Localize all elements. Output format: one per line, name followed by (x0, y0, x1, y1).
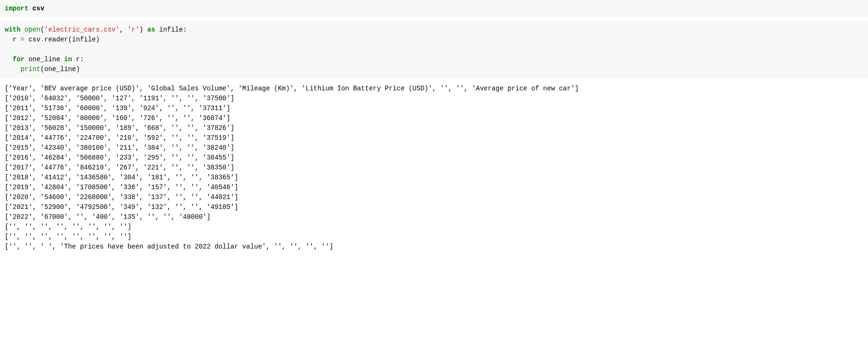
output-cell: ['Year', 'BEV average price (USD)', 'Glo… (0, 82, 868, 254)
code-token (21, 26, 25, 33)
output-line: ['2010', '64032', '50000', '127', '1191'… (5, 94, 863, 104)
code-token: r (5, 36, 21, 43)
output-line: ['Year', 'BEV average price (USD)', 'Glo… (5, 84, 863, 94)
code-cell-2[interactable]: with open('electric_cars.csv', 'r') as i… (0, 21, 868, 78)
output-line: ['2022', '67000', '', '400', '135', '', … (5, 212, 863, 222)
output-line: ['', '', '', '', '', '', '', ''] (5, 222, 863, 232)
code-token: ) (139, 26, 147, 33)
output-line: ['2019', '42804', '1708500', '336', '157… (5, 183, 863, 193)
code-token: = (21, 36, 25, 43)
code-token: infile: (155, 26, 187, 33)
code-token: in (64, 56, 72, 63)
code-token: one_line (25, 56, 64, 63)
code-token: csv (33, 5, 44, 12)
code-token: print (21, 65, 41, 73)
code-cell-1[interactable]: import csv (0, 0, 868, 17)
output-line: ['2012', '52084', '80000', '160', '726',… (5, 113, 863, 123)
code-token: , (120, 26, 128, 33)
output-line: ['', '', ' ', 'The prices have been adju… (5, 242, 863, 252)
code-token: (one_line) (41, 65, 80, 73)
code-token: ( (41, 26, 44, 33)
output-line: ['2014', '44776', '224700', '210', '592'… (5, 133, 863, 143)
code-token: r: (72, 56, 84, 63)
output-line: ['2015', '42340', '380100', '211', '384'… (5, 143, 863, 153)
code-token: 'electric_cars.csv' (44, 26, 120, 33)
code-token: csv (25, 36, 41, 43)
code-token (28, 5, 32, 12)
output-line: ['2018', '41412', '1436580', '304', '181… (5, 173, 863, 183)
output-line: ['2013', '56028', '150000', '189', '668'… (5, 123, 863, 133)
code-token: with (5, 26, 21, 33)
code-token: reader(infile) (44, 36, 100, 43)
output-line: ['', '', '', '', '', '', '', ''] (5, 232, 863, 242)
output-line: ['2021', '52900', '4792500', '349', '132… (5, 202, 863, 212)
code-token: 'r' (127, 26, 139, 33)
code-token: as (147, 26, 156, 33)
code-token: for (13, 56, 25, 63)
output-line: ['2017', '44776', '846210', '267', '221'… (5, 163, 863, 173)
code-token (5, 56, 13, 63)
output-line: ['2020', '54600', '2268000', '338', '137… (5, 193, 863, 202)
code-token: open (25, 26, 41, 33)
code-token: import (5, 5, 28, 12)
code-token (5, 65, 21, 73)
code-token: . (41, 36, 44, 43)
output-line: ['2016', '46284', '506880', '233', '295'… (5, 153, 863, 163)
output-line: ['2011', '51736', '60000', '139', '924',… (5, 104, 863, 113)
